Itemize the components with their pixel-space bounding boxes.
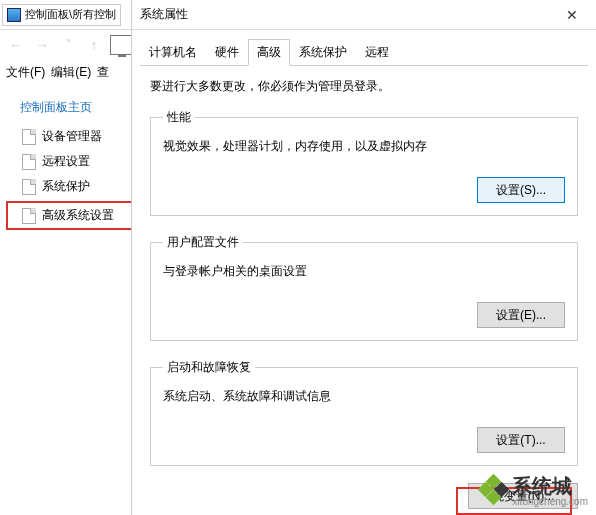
forward-arrow-icon[interactable]: → [30, 33, 54, 57]
close-icon: ✕ [566, 7, 578, 23]
menu-edit[interactable]: 编辑(E) [51, 64, 91, 81]
menu-view[interactable]: 查 [97, 64, 109, 81]
tab-computer-name[interactable]: 计算机名 [140, 39, 206, 66]
performance-settings-button[interactable]: 设置(S)... [477, 177, 565, 203]
document-icon [22, 179, 36, 195]
dialog-titlebar: 系统属性 ✕ [132, 0, 596, 30]
startup-recovery-settings-button[interactable]: 设置(T)... [477, 427, 565, 453]
sidebar-item-label: 设备管理器 [42, 128, 102, 145]
user-profiles-group: 用户配置文件 与登录帐户相关的桌面设置 设置(E)... [150, 234, 578, 341]
user-profiles-desc: 与登录帐户相关的桌面设置 [163, 263, 565, 280]
dialog-title: 系统属性 [140, 6, 188, 23]
startup-recovery-legend: 启动和故障恢复 [163, 359, 255, 376]
close-button[interactable]: ✕ [552, 1, 592, 29]
breadcrumb-bar[interactable]: 控制面板\所有控制 [2, 4, 121, 26]
tab-strip: 计算机名 硬件 高级 系统保护 远程 [132, 30, 596, 65]
admin-note: 要进行大多数更改，你必须作为管理员登录。 [150, 78, 578, 95]
tab-advanced[interactable]: 高级 [248, 39, 290, 66]
user-profiles-settings-button[interactable]: 设置(E)... [477, 302, 565, 328]
sidebar-item-label: 系统保护 [42, 178, 90, 195]
environment-variables-button[interactable]: 境变量(N)... [468, 483, 578, 509]
tab-system-protection[interactable]: 系统保护 [290, 39, 356, 66]
startup-recovery-group: 启动和故障恢复 系统启动、系统故障和调试信息 设置(T)... [150, 359, 578, 466]
document-icon [22, 154, 36, 170]
user-profiles-legend: 用户配置文件 [163, 234, 243, 251]
dialog-content: 要进行大多数更改，你必须作为管理员登录。 性能 视觉效果，处理器计划，内存使用，… [132, 66, 596, 483]
tab-remote[interactable]: 远程 [356, 39, 398, 66]
system-properties-dialog: 系统属性 ✕ 计算机名 硬件 高级 系统保护 远程 要进行大多数更改，你必须作为… [131, 0, 596, 515]
menu-file[interactable]: 文件(F) [6, 64, 45, 81]
document-icon [22, 208, 36, 224]
breadcrumb-text: 控制面板\所有控制 [25, 7, 116, 22]
performance-legend: 性能 [163, 109, 195, 126]
control-panel-icon [7, 8, 21, 22]
startup-recovery-desc: 系统启动、系统故障和调试信息 [163, 388, 565, 405]
document-icon [22, 129, 36, 145]
sidebar-item-label: 远程设置 [42, 153, 90, 170]
performance-group: 性能 视觉效果，处理器计划，内存使用，以及虚拟内存 设置(S)... [150, 109, 578, 216]
performance-desc: 视觉效果，处理器计划，内存使用，以及虚拟内存 [163, 138, 565, 155]
tab-hardware[interactable]: 硬件 [206, 39, 248, 66]
history-chevron-icon[interactable]: ˅ [56, 33, 80, 57]
sidebar-item-label: 高级系统设置 [42, 207, 114, 224]
up-arrow-icon[interactable]: ↑ [82, 33, 106, 57]
back-arrow-icon[interactable]: ← [4, 33, 28, 57]
